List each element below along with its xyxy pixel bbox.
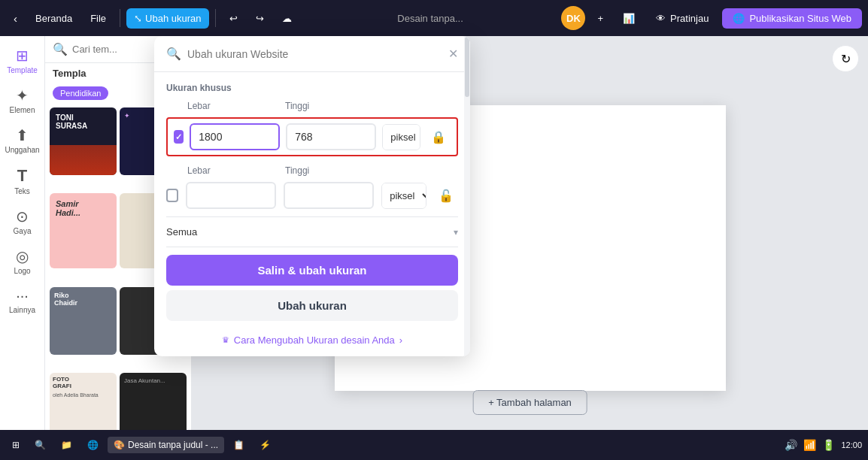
- plus-icon: +: [597, 13, 603, 24]
- back-button[interactable]: ‹: [6, 8, 25, 29]
- sidebar-item-lainnya[interactable]: ··· Lainnya: [3, 283, 42, 319]
- add-page-label: + Tambah halaman: [488, 397, 572, 408]
- taskbar-app-1[interactable]: 📋: [227, 437, 250, 453]
- row1-width-label: Lebar: [187, 101, 278, 111]
- taskbar-app-2[interactable]: ⚡: [253, 437, 277, 453]
- canva-label: Desain tanpa judul - ...: [128, 440, 218, 450]
- modal-search-bar: 🔍 ✕: [154, 36, 470, 72]
- template-thumb-1[interactable]: TONISURASA: [50, 107, 117, 175]
- taskbar-right: 🔊 📶 🔋 12:00: [785, 439, 862, 451]
- modal-search-input[interactable]: [187, 48, 442, 60]
- cloud-button[interactable]: ☁: [275, 8, 299, 29]
- sidebar-item-logo[interactable]: ◎ Logo: [3, 243, 42, 280]
- pratinjau-label: Pratinjau: [670, 13, 709, 24]
- globe-icon: 🌐: [733, 13, 745, 24]
- refresh-button[interactable]: ↻: [832, 45, 859, 72]
- edge-icon: 🌐: [87, 440, 99, 450]
- modal-search-icon: 🔍: [166, 47, 181, 61]
- sidebar-label-lainnya: Lainnya: [9, 306, 35, 314]
- row2-width-input[interactable]: [186, 182, 276, 209]
- sidebar-label-gaya: Gaya: [14, 227, 32, 235]
- teks-icon: T: [17, 166, 27, 186]
- sidebar: ⊞ Template ✦ Elemen ⬆ Unggahan T Teks ⊙ …: [0, 36, 45, 460]
- gaya-icon: ⊙: [16, 207, 29, 225]
- file-label: File: [90, 13, 106, 24]
- app2-icon: ⚡: [259, 440, 271, 450]
- taskbar-search[interactable]: 🔍: [29, 437, 52, 453]
- nav-center: Desain tanpa...: [302, 13, 559, 24]
- user-avatar[interactable]: DK: [561, 6, 585, 30]
- row1-unit-selector[interactable]: piksel cm mm in: [382, 124, 420, 150]
- undo-icon: ↩: [229, 13, 238, 24]
- taskbar-folder[interactable]: 📁: [55, 437, 78, 453]
- volume-icon[interactable]: 🔊: [785, 439, 797, 451]
- row1-checkbox[interactable]: ✓: [174, 130, 184, 144]
- row2-input-group: piksel cm mm in 🔓: [166, 182, 458, 209]
- crown-icon: ♛: [222, 335, 229, 345]
- copy-resize-label: Salin & ubah ukuran: [257, 264, 366, 277]
- semua-row[interactable]: Semua ▾: [154, 220, 470, 244]
- template-thumb-5[interactable]: RikoChaidir: [50, 287, 117, 355]
- row2-unit-select[interactable]: piksel cm mm in: [382, 183, 426, 208]
- network-icon[interactable]: 📶: [803, 439, 816, 451]
- chart-button[interactable]: 📊: [615, 8, 642, 29]
- add-page-button[interactable]: + Tambah halaman: [472, 390, 587, 415]
- publish-label: Publikasikan Situs Web: [749, 13, 851, 24]
- sidebar-item-template[interactable]: ⊞ Template: [3, 42, 42, 79]
- semua-label: Semua: [166, 226, 197, 238]
- modal-scrollbar[interactable]: [464, 36, 470, 356]
- nav-separator-1: [120, 9, 120, 27]
- sidebar-item-gaya[interactable]: ⊙ Gaya: [3, 203, 42, 240]
- row2-unit-selector[interactable]: piksel cm mm in: [381, 183, 426, 209]
- taskbar: ⊞ 🔍 📁 🌐 🎨 Desain tanpa judul - ... 📋 ⚡ 🔊…: [0, 430, 868, 460]
- resize-label: Ubah ukuran: [278, 299, 347, 312]
- row1-width-input[interactable]: [190, 123, 280, 150]
- start-button[interactable]: ⊞: [6, 437, 26, 453]
- row1-unit-select[interactable]: piksel cm mm in: [383, 125, 420, 150]
- add-collaborator-button[interactable]: +: [590, 8, 611, 29]
- app1-icon: 📋: [233, 440, 244, 450]
- taskbar-canva-app[interactable]: 🎨 Desain tanpa judul - ...: [108, 437, 224, 453]
- sidebar-item-teks[interactable]: T Teks: [3, 162, 42, 200]
- ubah-ukuran-button[interactable]: ⤡ Ubah ukuran: [126, 8, 208, 29]
- filter-pendidikan[interactable]: Pendidikan: [53, 86, 108, 100]
- row2-checkbox[interactable]: [166, 189, 178, 202]
- row1-height-input[interactable]: [286, 123, 376, 150]
- nav-right: DK + 📊 👁 Pratinjau 🌐 Publikasikan Situs …: [561, 6, 862, 30]
- help-link[interactable]: ♛ Cara Mengubah Ukuran desain Anda ›: [154, 328, 470, 356]
- sidebar-item-elemen[interactable]: ✦ Elemen: [3, 82, 42, 119]
- top-nav: ‹ Beranda File ⤡ Ubah ukuran ↩ ↪ ☁ Desai…: [0, 0, 868, 36]
- row1-lock-button[interactable]: 🔒: [426, 130, 451, 144]
- row1-height-label: Tinggi: [285, 101, 360, 111]
- undo-button[interactable]: ↩: [222, 8, 245, 29]
- search-icon: 🔍: [53, 42, 68, 56]
- checkbox-check-icon: ✓: [175, 132, 182, 142]
- sidebar-label-logo: Logo: [14, 267, 30, 275]
- battery-icon[interactable]: 🔋: [822, 439, 835, 451]
- modal-close-icon[interactable]: ✕: [448, 47, 458, 61]
- unggahan-icon: ⬆: [16, 126, 29, 144]
- sidebar-item-unggahan[interactable]: ⬆ Unggahan: [3, 122, 42, 159]
- template-thumb-3[interactable]: SamirHadi...: [50, 193, 117, 268]
- copy-resize-button[interactable]: Salin & ubah ukuran: [166, 255, 458, 286]
- canva-icon: 🎨: [114, 440, 125, 450]
- resize-icon: ⤡: [134, 13, 142, 24]
- link-chevron-icon: ›: [399, 334, 402, 346]
- pratinjau-button[interactable]: 👁 Pratinjau: [647, 8, 718, 29]
- resize-button[interactable]: Ubah ukuran: [166, 290, 458, 321]
- redo-icon: ↪: [256, 13, 264, 24]
- start-icon: ⊞: [12, 440, 20, 450]
- taskbar-edge[interactable]: 🌐: [81, 437, 105, 453]
- redo-button[interactable]: ↪: [248, 8, 272, 29]
- row2-height-input[interactable]: [284, 182, 374, 209]
- row2-lock-button[interactable]: 🔓: [434, 189, 458, 203]
- beranda-label: Beranda: [35, 13, 72, 24]
- modal-scroll-thumb[interactable]: [465, 37, 469, 97]
- taskbar-time: 12:00: [841, 440, 862, 449]
- publish-button[interactable]: 🌐 Publikasikan Situs Web: [722, 8, 862, 29]
- folder-icon: 📁: [61, 440, 72, 450]
- modal-custom-size-section: Ukuran khusus Lebar Tinggi ✓ piksel: [154, 72, 470, 213]
- sidebar-label-teks: Teks: [14, 187, 30, 195]
- beranda-button[interactable]: Beranda: [28, 8, 80, 29]
- file-button[interactable]: File: [83, 8, 114, 29]
